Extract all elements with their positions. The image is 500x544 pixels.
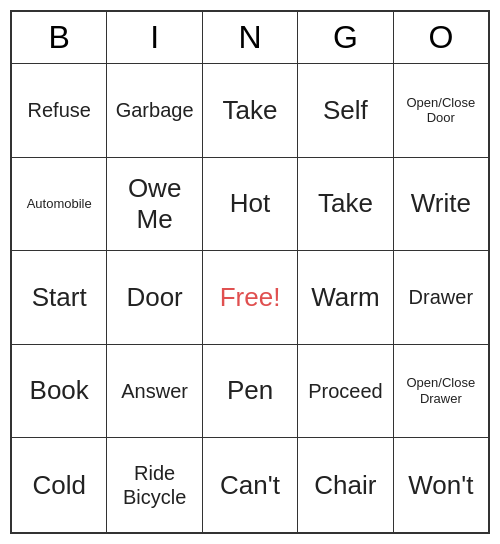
bingo-cell-4-2: Can't [203,438,298,532]
bingo-cell-3-4: Open/Close Drawer [394,345,488,439]
cell-text-3-4: Open/Close Drawer [398,375,484,406]
cell-text-0-4: Open/Close Door [398,95,484,126]
cell-text-3-3: Proceed [308,379,383,403]
cell-text-1-2: Hot [230,188,270,219]
cell-text-2-0: Start [32,282,87,313]
cell-text-2-2: Free! [220,282,281,313]
bingo-cell-2-0: Start [12,251,107,345]
bingo-cell-4-1: Ride Bicycle [107,438,202,532]
cell-text-3-1: Answer [121,379,188,403]
bingo-row-3: BookAnswerPenProceedOpen/Close Drawer [12,345,488,439]
bingo-cell-0-3: Self [298,64,393,158]
cell-text-0-3: Self [323,95,368,126]
bingo-cell-3-2: Pen [203,345,298,439]
cell-text-2-4: Drawer [409,285,473,309]
bingo-card: BINGO RefuseGarbageTakeSelfOpen/Close Do… [10,10,490,534]
bingo-cell-0-0: Refuse [12,64,107,158]
cell-text-3-2: Pen [227,375,273,406]
bingo-grid: RefuseGarbageTakeSelfOpen/Close DoorAuto… [12,64,488,532]
bingo-cell-1-4: Write [394,158,488,252]
header-letter-N: N [203,12,298,64]
bingo-cell-3-0: Book [12,345,107,439]
bingo-cell-4-0: Cold [12,438,107,532]
bingo-cell-2-1: Door [107,251,202,345]
bingo-row-2: StartDoorFree!WarmDrawer [12,251,488,345]
cell-text-0-0: Refuse [28,98,91,122]
cell-text-4-3: Chair [314,470,376,501]
cell-text-0-2: Take [223,95,278,126]
cell-text-1-4: Write [411,188,471,219]
header-letter-G: G [298,12,393,64]
bingo-cell-2-3: Warm [298,251,393,345]
bingo-cell-2-4: Drawer [394,251,488,345]
bingo-row-0: RefuseGarbageTakeSelfOpen/Close Door [12,64,488,158]
bingo-row-4: ColdRide BicycleCan'tChairWon't [12,438,488,532]
cell-text-3-0: Book [30,375,89,406]
bingo-cell-4-4: Won't [394,438,488,532]
bingo-cell-4-3: Chair [298,438,393,532]
cell-text-2-3: Warm [311,282,379,313]
bingo-cell-3-1: Answer [107,345,202,439]
cell-text-0-1: Garbage [116,98,194,122]
cell-text-4-0: Cold [32,470,85,501]
bingo-row-1: AutomobileOwe MeHotTakeWrite [12,158,488,252]
bingo-cell-1-1: Owe Me [107,158,202,252]
cell-text-2-1: Door [126,282,182,313]
bingo-cell-1-3: Take [298,158,393,252]
cell-text-4-1: Ride Bicycle [111,461,197,509]
cell-text-1-0: Automobile [27,196,92,212]
bingo-cell-0-1: Garbage [107,64,202,158]
header-letter-B: B [12,12,107,64]
cell-text-1-1: Owe Me [111,173,197,235]
bingo-header: BINGO [12,12,488,64]
cell-text-1-3: Take [318,188,373,219]
header-letter-O: O [394,12,488,64]
bingo-cell-3-3: Proceed [298,345,393,439]
bingo-cell-2-2: Free! [203,251,298,345]
bingo-cell-0-4: Open/Close Door [394,64,488,158]
cell-text-4-2: Can't [220,470,280,501]
cell-text-4-4: Won't [408,470,473,501]
bingo-cell-0-2: Take [203,64,298,158]
bingo-cell-1-2: Hot [203,158,298,252]
bingo-cell-1-0: Automobile [12,158,107,252]
header-letter-I: I [107,12,202,64]
